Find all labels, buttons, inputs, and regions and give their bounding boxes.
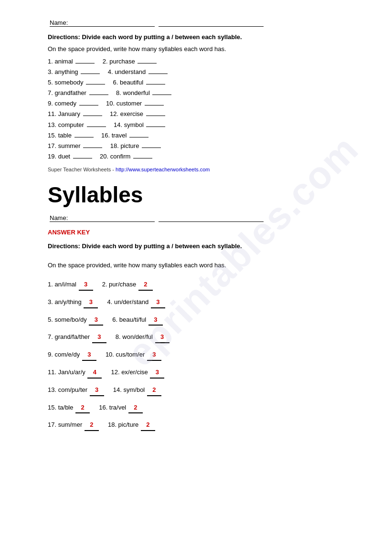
blank-1[interactable] [75,63,95,63]
answer-row-6: 11. Jan/u/ar/y 4 12. ex/er/cise 3 [48,368,354,379]
ans-blank-1: 3 [79,280,93,291]
ans-blank-2: 2 [138,280,153,291]
word-item-13: 13. computer [48,121,107,128]
directions-1: Directions: Divide each word by putting … [48,33,354,41]
word-list: 1. animal 2. purchase 3. anything 4. und… [48,56,354,162]
word-item-11: 11. January [48,110,103,117]
blank-9[interactable] [79,105,98,105]
word-item-9: 9. comedy [48,100,99,107]
page: eprintables.com Name: Directions: Divide… [0,0,392,558]
answer-row-5: 9. com/e/dy 3 10. cus/tom/er 3 [48,350,354,361]
ans-blank-11: 4 [87,368,102,379]
word-item-15: 15. table [48,132,95,139]
attribution: Super Teacher Worksheets - http://www.su… [48,167,354,172]
ans-blank-16: 2 [128,403,143,414]
blank-13[interactable] [87,126,106,127]
name-field-1[interactable] [159,19,264,27]
ans-blank-13: 3 [90,385,104,396]
name-label-1: Name: [50,19,155,27]
ans-blank-14: 2 [147,385,161,396]
ans-blank-7: 3 [92,332,106,343]
ans-blank-8: 3 [155,332,170,343]
word-item-7: 7. grandfather [48,89,109,96]
section-title: Syllables [48,182,354,208]
word-item-12: 12. exercise [110,110,166,117]
word-item-3: 3. anything [48,68,101,75]
subtitle-1: On the space provided, write how many sy… [48,45,354,53]
ans-blank-4: 3 [151,297,165,308]
ans-blank-9: 3 [82,350,96,361]
answer-row-3: 5. some/bo/dy 3 6. beau/ti/ful 3 [48,315,354,326]
answer-row-1: 1. an/i/mal 3 2. pur/chase 2 [48,280,354,291]
answer-row-8: 15. ta/ble 2 16. tra/vel 2 [48,403,354,414]
answer-row-2: 3. an/y/thing 3 4. un/der/stand 3 [48,297,354,308]
blank-20[interactable] [133,158,152,158]
word-item-1: 1. animal [48,58,95,65]
blank-8[interactable] [152,95,171,95]
answer-row-7: 13. com/pu/ter 3 14. sym/bol 2 [48,385,354,396]
word-item-2: 2. purchase [103,58,158,65]
ans-blank-6: 3 [148,315,163,326]
blank-4[interactable] [148,74,168,74]
word-item-18: 18. picture [110,142,162,149]
blank-18[interactable] [142,147,161,148]
word-item-10: 10. customer [106,100,165,107]
word-item-16: 16. travel [101,132,149,139]
blank-17[interactable] [83,147,102,148]
ans-blank-10: 3 [147,350,161,361]
name-label-2: Name: [50,214,155,222]
blank-2[interactable] [138,63,157,63]
name-line-2: Name: [48,214,354,222]
blank-6[interactable] [146,84,165,84]
blank-7[interactable] [89,95,108,95]
directions-2: Directions: Divide each word by putting … [48,242,354,250]
blank-5[interactable] [86,84,105,84]
name-field-2[interactable] [159,214,264,222]
answer-row-4: 7. grand/fa/ther 3 8. won/der/ful 3 [48,332,354,343]
ans-blank-3: 3 [84,297,98,308]
word-item-19: 19. duet [48,153,93,160]
word-item-14: 14. symbol [114,121,166,128]
section1: Name: Directions: Divide each word by pu… [48,19,354,172]
blank-14[interactable] [146,126,165,127]
ans-blank-17: 2 [85,420,99,431]
blank-3[interactable] [81,74,100,74]
ans-blank-5: 3 [89,315,103,326]
ans-blank-18: 2 [141,420,155,431]
blank-16[interactable] [129,137,148,137]
blank-12[interactable] [146,116,165,116]
word-item-5: 5. somebody [48,79,106,86]
word-item-6: 6. beautiful [113,79,166,86]
blank-10[interactable] [145,105,164,105]
blank-19[interactable] [73,158,92,158]
ans-blank-12: 3 [150,368,164,379]
word-item-17: 17. summer [48,142,103,149]
answer-key-label: ANSWER KEY [48,229,354,236]
blank-11[interactable] [83,116,102,116]
ans-blank-15: 2 [75,403,90,414]
word-item-20: 20. confirm [100,153,153,160]
attribution-link[interactable]: http://www.superteacherworksheets.com [116,167,210,172]
blank-15[interactable] [74,137,94,137]
answer-row-9: 17. sum/mer 2 18. pic/ture 2 [48,420,354,431]
subtitle-2: On the space provided, write how many sy… [48,262,354,269]
section2: Syllables Name: ANSWER KEY Directions: D… [48,182,354,431]
name-line-1: Name: [48,19,354,27]
word-item-4: 4. understand [108,68,169,75]
word-item-8: 8. wonderful [116,89,172,96]
